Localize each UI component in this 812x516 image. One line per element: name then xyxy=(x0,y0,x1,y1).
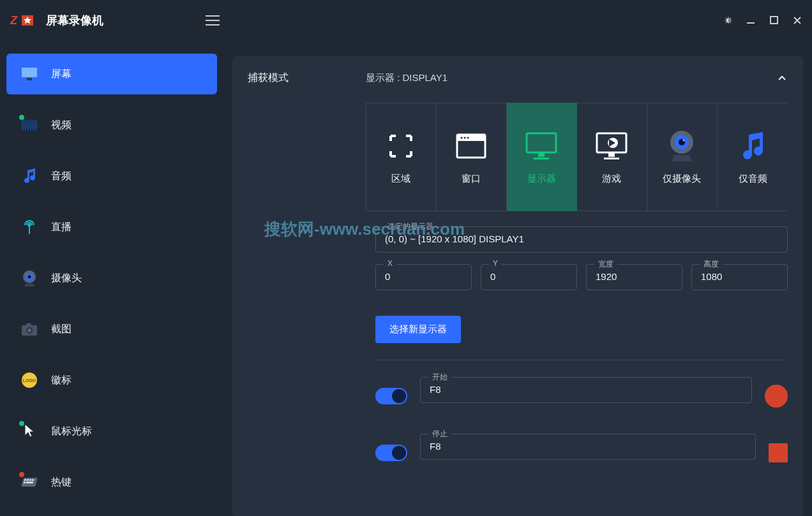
start-hotkey-field[interactable]: 开始 F8 xyxy=(420,377,752,403)
close-button[interactable] xyxy=(793,16,802,25)
game-icon xyxy=(595,129,628,163)
divider xyxy=(375,360,788,360)
x-field[interactable]: X 0 xyxy=(375,264,472,290)
theme-toggle-icon[interactable] xyxy=(724,16,733,25)
svg-rect-40 xyxy=(26,482,34,483)
svg-rect-6 xyxy=(22,68,37,77)
broadcast-icon xyxy=(20,218,38,236)
width-field[interactable]: 宽度 1920 xyxy=(586,264,682,290)
field-label: 开始 xyxy=(428,372,451,383)
mode-label: 显示器 xyxy=(527,173,556,185)
stop-hotkey-field[interactable]: 停止 F8 xyxy=(420,434,756,460)
sidebar-item-label: 视频 xyxy=(51,119,71,132)
field-label: 宽度 xyxy=(594,259,617,270)
sidebar-item-logo[interactable]: LOGO 徽标 xyxy=(6,360,217,401)
field-label: Y xyxy=(489,259,502,268)
svg-rect-5 xyxy=(771,17,778,24)
start-toggle[interactable] xyxy=(375,388,407,404)
sidebar-item-label: 鼠标光标 xyxy=(51,425,92,438)
svg-rect-11 xyxy=(22,120,24,121)
stop-hotkey-value: F8 xyxy=(430,441,746,452)
minimize-button[interactable] xyxy=(747,16,756,25)
hotkey-start-row: 开始 F8 xyxy=(375,377,788,415)
svg-point-43 xyxy=(460,136,462,138)
sidebar-item-cursor[interactable]: 鼠标光标 xyxy=(6,411,217,452)
sidebar-item-screen[interactable]: 屏幕 xyxy=(6,54,217,94)
camera-icon xyxy=(20,320,38,338)
collapse-button[interactable] xyxy=(776,73,788,84)
svg-rect-12 xyxy=(25,120,26,121)
window-icon xyxy=(456,129,486,163)
titlebar: Z 屏幕录像机 xyxy=(0,0,812,41)
svg-point-31 xyxy=(27,328,31,332)
capture-mode-header: 捕获模式 显示器 : DISPLAY1 xyxy=(248,71,788,85)
width-value: 1920 xyxy=(596,271,673,282)
record-indicator-icon xyxy=(765,385,788,408)
app-logo: Z 屏幕录像机 xyxy=(10,13,103,28)
sidebar-item-screenshot[interactable]: 截图 xyxy=(6,309,217,350)
sidebar-item-video[interactable]: 视频 xyxy=(6,105,217,145)
svg-text:Z: Z xyxy=(10,14,18,27)
sidebar-item-audio[interactable]: 音频 xyxy=(6,156,217,196)
sidebar-item-label: 音频 xyxy=(51,170,71,183)
mode-camera-only[interactable]: 仅摄像头 xyxy=(647,103,718,211)
maximize-button[interactable] xyxy=(770,16,779,25)
app-title: 屏幕录像机 xyxy=(46,13,103,28)
svg-rect-22 xyxy=(35,129,36,131)
film-icon xyxy=(20,116,38,134)
svg-rect-29 xyxy=(26,323,31,326)
webcam-icon xyxy=(666,129,697,163)
field-label: X xyxy=(384,259,396,268)
monitor-icon xyxy=(20,65,38,83)
y-field[interactable]: Y 0 xyxy=(481,264,577,290)
svg-point-45 xyxy=(467,136,469,138)
webcam-icon xyxy=(20,269,38,287)
svg-point-44 xyxy=(463,136,465,138)
stop-toggle[interactable] xyxy=(375,445,407,461)
coordinate-grid: X 0 Y 0 宽度 1920 高度 1080 xyxy=(375,264,788,302)
sidebar-item-hotkey[interactable]: 热键 xyxy=(6,462,217,503)
svg-rect-50 xyxy=(608,153,615,157)
sidebar-item-live[interactable]: 直播 xyxy=(6,207,217,247)
select-display-button[interactable]: 选择新显示器 xyxy=(375,316,461,343)
crop-icon xyxy=(386,129,416,163)
mode-game[interactable]: 游戏 xyxy=(577,103,647,211)
svg-rect-46 xyxy=(527,133,556,152)
keyboard-icon xyxy=(20,473,38,491)
sidebar-item-label: 热键 xyxy=(51,476,71,489)
capture-mode-label: 捕获模式 xyxy=(248,71,366,85)
svg-rect-48 xyxy=(534,158,549,159)
height-value: 1080 xyxy=(701,271,778,282)
hotkey-stop-row: 停止 F8 xyxy=(375,434,788,471)
window-controls xyxy=(724,16,802,25)
mode-display[interactable]: 显示器 xyxy=(507,103,577,211)
mode-label: 仅音频 xyxy=(739,173,767,185)
mode-window[interactable]: 窗口 xyxy=(436,103,506,211)
y-value: 0 xyxy=(490,271,568,282)
svg-rect-14 xyxy=(30,120,31,121)
stop-indicator-icon xyxy=(769,443,788,462)
sidebar-item-label: 徽标 xyxy=(51,374,71,387)
sidebar: 屏幕 视频 音频 直播 摄像头 xyxy=(0,41,223,516)
sidebar-item-label: 直播 xyxy=(51,221,71,234)
sidebar-item-label: 摄像头 xyxy=(51,272,82,285)
main-panel: 搜软网-www.secruan.com 捕获模式 显示器 : DISPLAY1 … xyxy=(232,56,803,516)
svg-rect-51 xyxy=(604,158,619,159)
field-label: 高度 xyxy=(700,259,723,270)
logo-badge-icon: LOGO xyxy=(20,371,38,389)
sidebar-item-camera[interactable]: 摄像头 xyxy=(6,258,217,299)
mode-region[interactable]: 区域 xyxy=(366,103,436,211)
sidebar-item-label: 截图 xyxy=(51,323,71,336)
menu-button[interactable] xyxy=(206,15,220,26)
cursor-icon xyxy=(20,422,38,440)
height-field[interactable]: 高度 1080 xyxy=(691,264,788,290)
current-display-text: 显示器 : DISPLAY1 xyxy=(366,72,447,84)
svg-rect-19 xyxy=(27,129,29,131)
svg-rect-16 xyxy=(35,120,36,121)
monitor-icon xyxy=(525,129,558,163)
mode-audio-only[interactable]: 仅音频 xyxy=(718,103,788,211)
sidebar-item-label: 屏幕 xyxy=(51,68,71,81)
svg-rect-15 xyxy=(33,120,34,121)
logo-badge-icon: Z xyxy=(10,14,36,27)
selected-display-field[interactable]: 选定的显示器 (0, 0) ~ [1920 x 1080] DISPLAY1 xyxy=(375,226,788,253)
